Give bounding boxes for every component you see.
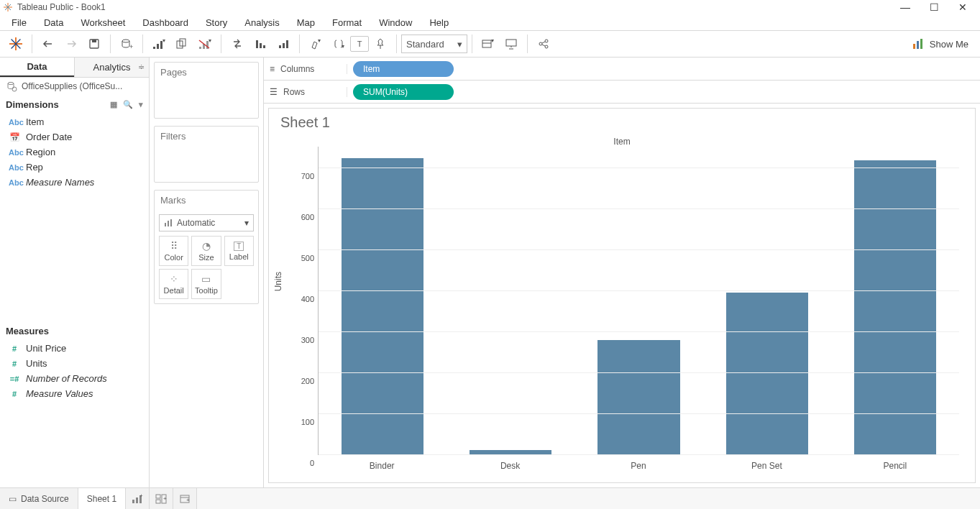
plot-area[interactable]: 0100200300400500600700 <box>318 147 959 455</box>
menu-analysis[interactable]: Analysis <box>236 16 288 29</box>
pages-card[interactable]: Pages <box>154 62 259 119</box>
db-icon: ▭ <box>9 494 17 504</box>
x-tick: Pen Set <box>702 461 830 471</box>
menu-window[interactable]: Window <box>370 16 421 29</box>
search-icon[interactable]: 🔍 <box>123 100 133 109</box>
duplicate-button[interactable] <box>170 33 193 55</box>
tab-data[interactable]: Data <box>0 58 74 77</box>
undo-button[interactable] <box>37 33 60 55</box>
marks-tooltip[interactable]: ▭Tooltip <box>191 269 221 299</box>
marks-size[interactable]: ◔Size <box>191 236 221 266</box>
save-button[interactable] <box>83 33 106 55</box>
marks-color[interactable]: ⠿Color <box>159 236 188 266</box>
field-unit-price[interactable]: #Unit Price <box>3 341 146 356</box>
svg-text:▾: ▾ <box>491 38 494 44</box>
menu-chevron-icon[interactable]: ▾ <box>139 100 143 109</box>
bar-column[interactable] <box>319 147 447 454</box>
menu-story[interactable]: Story <box>197 16 236 29</box>
bar[interactable] <box>726 293 808 454</box>
bar[interactable] <box>597 340 679 454</box>
bar-column[interactable] <box>831 147 959 454</box>
group-button[interactable]: ▾ <box>327 33 350 55</box>
y-tick: 600 <box>301 213 319 221</box>
svg-rect-46 <box>132 500 134 503</box>
y-tick: 500 <box>301 254 319 262</box>
bar-column[interactable] <box>703 147 831 454</box>
tab-analytics-label: Analytics <box>93 62 130 73</box>
show-cards-button[interactable]: ▾ <box>477 33 500 55</box>
filters-card[interactable]: Filters <box>154 126 259 183</box>
svg-text:▾: ▾ <box>342 43 344 50</box>
new-sheet-button[interactable]: + <box>126 488 150 509</box>
field-rep[interactable]: AbcRep <box>3 160 146 175</box>
share-button[interactable] <box>532 33 555 55</box>
data-source-row[interactable]: OfficeSupplies (OfficeSu... <box>0 78 149 95</box>
x-tick: Binder <box>318 461 446 471</box>
menu-file[interactable]: File <box>3 16 35 29</box>
sort-asc-button[interactable] <box>249 33 272 55</box>
clear-button[interactable]: ▾ <box>193 33 216 55</box>
new-story-button[interactable]: + <box>173 488 197 509</box>
field-units[interactable]: #Units <box>3 356 146 371</box>
marks-label[interactable]: TLabel <box>224 236 254 266</box>
menu-format[interactable]: Format <box>324 16 370 29</box>
maximize-button[interactable]: ☐ <box>920 1 948 13</box>
marks-type-dropdown[interactable]: Automatic ▾ <box>159 214 254 231</box>
svg-rect-9 <box>92 40 96 42</box>
field-item[interactable]: AbcItem <box>3 114 146 129</box>
highlight-button[interactable]: ▾ <box>304 33 327 55</box>
field-order-date[interactable]: 📅Order Date <box>3 129 146 145</box>
new-worksheet-button[interactable]: ▾ <box>147 33 170 55</box>
svg-text:▾: ▾ <box>162 38 165 44</box>
view-list-icon[interactable]: ▦ <box>110 100 117 109</box>
marks-detail[interactable]: ⁘Detail <box>159 269 188 299</box>
fit-dropdown[interactable]: Standard ▾ <box>401 35 467 53</box>
svg-text:▾: ▾ <box>209 38 211 44</box>
field-measure-values[interactable]: #Measure Values <box>3 386 146 401</box>
y-tick: 200 <box>301 377 319 385</box>
new-data-source-button[interactable]: + <box>115 33 138 55</box>
pin-button[interactable] <box>369 33 392 55</box>
columns-shelf[interactable]: ≡Columns Item <box>264 58 980 81</box>
pill-item[interactable]: Item <box>353 61 454 77</box>
svg-point-36 <box>545 40 548 42</box>
redo-button[interactable] <box>60 33 83 55</box>
new-dashboard-button[interactable]: + <box>150 488 173 509</box>
menu-dashboard[interactable]: Dashboard <box>134 16 197 29</box>
field-measure-names[interactable]: AbcMeasure Names <box>3 175 146 190</box>
pill-sum-units[interactable]: SUM(Units) <box>353 84 454 100</box>
presentation-button[interactable] <box>500 33 523 55</box>
tab-data-source[interactable]: ▭Data Source <box>0 488 78 509</box>
menu-map[interactable]: Map <box>288 16 324 29</box>
field-region[interactable]: AbcRegion <box>3 145 146 160</box>
sheet-title[interactable]: Sheet 1 <box>278 113 966 134</box>
sheet-tabs: ▭Data Source Sheet 1 + + + <box>0 487 980 509</box>
bar[interactable] <box>854 160 936 454</box>
tab-sheet-1[interactable]: Sheet 1 <box>78 488 126 509</box>
menubar: File Data Worksheet Dashboard Story Anal… <box>0 14 980 30</box>
show-me-button[interactable]: Show Me <box>905 38 976 50</box>
bar-column[interactable] <box>447 147 574 454</box>
fit-mode-label: Standard <box>406 39 444 50</box>
close-button[interactable]: ✕ <box>948 1 977 13</box>
bar[interactable] <box>342 158 423 454</box>
gridline <box>319 331 959 332</box>
field-number-of-records[interactable]: =#Number of Records <box>3 371 146 386</box>
analytics-menu-icon[interactable]: ≑ <box>138 63 145 72</box>
menu-help[interactable]: Help <box>421 16 457 29</box>
sort-desc-button[interactable] <box>272 33 295 55</box>
tableau-start-icon[interactable] <box>4 33 27 55</box>
y-tick: 400 <box>301 295 319 303</box>
rows-shelf[interactable]: ☰Rows SUM(Units) <box>264 81 980 104</box>
label-button[interactable]: T <box>350 36 369 52</box>
swap-button[interactable] <box>226 33 249 55</box>
svg-text:+: + <box>129 43 133 50</box>
bar-column[interactable] <box>574 147 702 454</box>
tab-analytics[interactable]: Analytics ≑ <box>74 58 149 77</box>
chart[interactable]: Item Units 0100200300400500600700 Binder… <box>278 134 966 477</box>
minimize-button[interactable]: — <box>891 1 920 13</box>
menu-worksheet[interactable]: Worksheet <box>72 16 134 29</box>
svg-rect-31 <box>482 40 491 47</box>
menu-data[interactable]: Data <box>35 16 72 29</box>
gridline <box>319 290 959 291</box>
